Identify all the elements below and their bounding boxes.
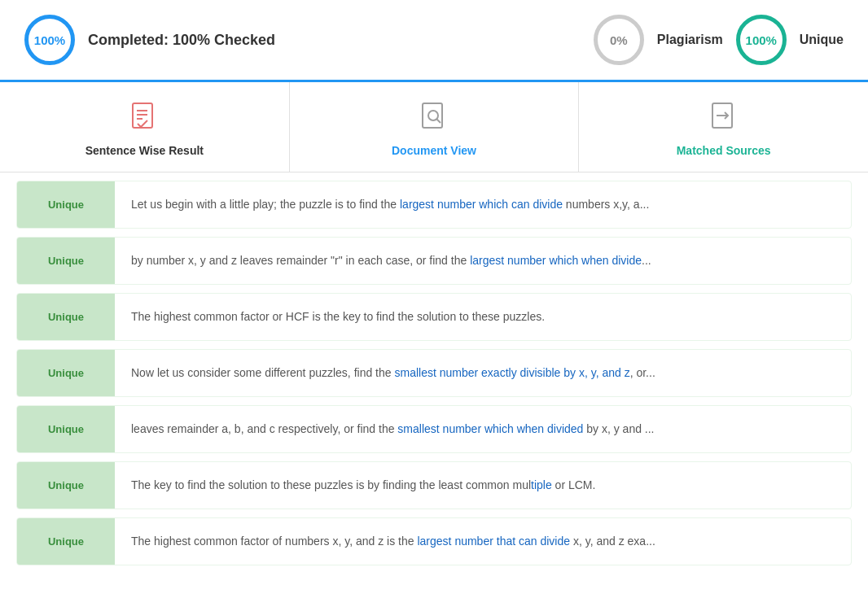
tab-document-view[interactable]: Document View [290, 82, 580, 172]
result-row: Uniqueleaves remainder a, b, and c respe… [16, 405, 852, 453]
completed-text: Completed: 100% Checked [88, 32, 275, 49]
tab-sentence-wise[interactable]: Sentence Wise Result [0, 82, 290, 172]
result-row: UniqueThe highest common factor of numbe… [16, 517, 852, 565]
result-text: leaves remainder a, b, and c respectivel… [115, 406, 851, 452]
result-badge: Unique [17, 350, 115, 396]
result-badge: Unique [17, 294, 115, 340]
results-list: UniqueLet us begin with a little play; t… [0, 181, 868, 565]
tab-matched-sources[interactable]: Matched Sources [579, 82, 868, 172]
tab-sentence-wise-label: Sentence Wise Result [85, 144, 204, 157]
result-text: The highest common factor or HCF is the … [115, 294, 851, 340]
result-text: The highest common factor of numbers x, … [115, 518, 851, 565]
tab-document-view-label: Document View [392, 144, 476, 157]
result-row: Uniqueby number x, y and z leaves remain… [16, 237, 852, 285]
unique-percent: 100% [746, 33, 777, 47]
result-row: UniqueThe highest common factor or HCF i… [16, 293, 852, 341]
plagiarism-label: Plagiarism [657, 33, 723, 47]
result-highlight: tiple [531, 478, 552, 491]
document-search-icon [416, 100, 452, 136]
result-row: UniqueNow let us consider some different… [16, 349, 852, 397]
progress-circle: 100% [24, 15, 75, 65]
result-badge: Unique [17, 462, 115, 509]
result-highlight: largest number which can divide [400, 198, 563, 211]
result-badge: Unique [17, 406, 115, 452]
result-text: Let us begin with a little play; the puz… [115, 181, 851, 228]
result-badge: Unique [17, 238, 115, 284]
result-text: by number x, y and z leaves remainder "r… [115, 238, 851, 284]
result-highlight: smallest number exactly divisible by x, … [394, 366, 629, 379]
svg-rect-4 [423, 103, 442, 128]
unique-label: Unique [800, 33, 844, 47]
plagiarism-circle: 0% [594, 15, 644, 65]
header: 100% Completed: 100% Checked 0% Plagiari… [0, 0, 868, 82]
result-highlight: largest number that can divide [417, 535, 570, 548]
plagiarism-percent: 0% [610, 33, 628, 47]
result-row: UniqueThe key to find the solution to th… [16, 461, 852, 509]
result-text: Now let us consider some different puzzl… [115, 350, 851, 396]
svg-line-6 [436, 119, 441, 123]
document-check-icon [126, 100, 162, 136]
result-highlight: largest number which when divide [470, 254, 642, 267]
result-text: The key to find the solution to these pu… [115, 462, 851, 509]
result-highlight: smallest number which when divided [397, 422, 583, 435]
document-arrows-icon [706, 100, 742, 136]
progress-percent: 100% [34, 33, 65, 47]
result-badge: Unique [17, 181, 115, 228]
header-right: 0% Plagiarism 100% Unique [594, 15, 844, 65]
result-badge: Unique [17, 518, 115, 565]
tab-matched-sources-label: Matched Sources [677, 144, 771, 157]
result-row: UniqueLet us begin with a little play; t… [16, 181, 852, 229]
tabs-container: Sentence Wise Result Document View Match… [0, 82, 868, 172]
header-left: 100% Completed: 100% Checked [24, 15, 275, 65]
unique-circle: 100% [736, 15, 787, 65]
